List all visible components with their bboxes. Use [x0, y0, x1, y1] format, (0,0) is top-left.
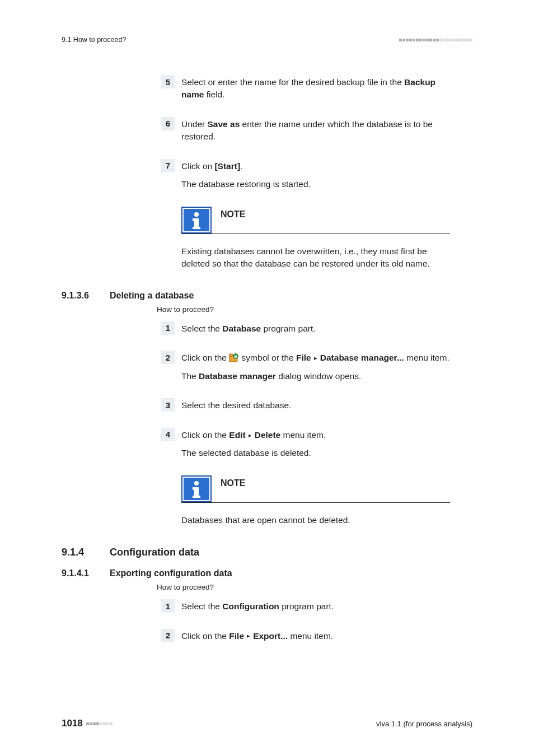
section-title: Deleting a database — [110, 291, 194, 301]
step-number: 4 — [161, 428, 175, 441]
step-number: 2 — [161, 629, 175, 642]
step-number: 7 — [161, 159, 175, 172]
menu-arrow-icon: ▸ — [311, 354, 320, 361]
note-box: NOTE Existing databases cannot be overwr… — [181, 207, 450, 270]
note-label: NOTE — [221, 478, 245, 500]
header-section-label: 9.1 How to proceed? — [62, 36, 126, 44]
step-body: Click on the File ▸ Export... menu item. — [181, 629, 333, 648]
step-number: 1 — [161, 321, 175, 335]
footer-decoration — [86, 722, 113, 725]
delete-step-3: 3 Select the desired database. — [62, 398, 472, 417]
menu-arrow-icon: ▸ — [246, 432, 255, 438]
step-6: 6 Under Save as enter the name under whi… — [62, 117, 472, 149]
section-title: Configuration data — [110, 547, 199, 558]
step-body: Under Save as enter the name under which… — [181, 117, 450, 149]
section-number: 9.1.4 — [62, 547, 96, 558]
header-decoration — [399, 39, 472, 41]
svg-rect-14 — [193, 496, 200, 498]
section-title: Exporting configuration data — [110, 568, 232, 578]
note-text: Databases that are open cannot be delete… — [181, 514, 450, 526]
delete-step-1: 1 Select the Database program part. — [62, 321, 472, 340]
step-number: 2 — [161, 351, 175, 364]
section-number: 9.1.3.6 — [62, 291, 96, 301]
step-number: 5 — [161, 75, 175, 88]
section-9-1-4: 9.1.4 Configuration data — [62, 547, 472, 558]
svg-rect-4 — [193, 218, 196, 221]
delete-step-2: 2 Click on the symbol or the File ▸ Data… — [62, 351, 472, 388]
step-5: 5 Select or enter the name for the desir… — [62, 75, 472, 107]
step-body: Select the desired database. — [181, 398, 291, 417]
export-step-1: 1 Select the Configuration program part. — [62, 599, 472, 618]
note-box: NOTE Databases that are open cannot be d… — [181, 475, 450, 526]
page-number: 1018 — [62, 718, 83, 729]
export-step-2: 2 Click on the File ▸ Export... menu ite… — [62, 629, 472, 648]
step-number: 6 — [161, 117, 175, 130]
step-body: Click on the symbol or the File ▸ Databa… — [181, 351, 449, 388]
database-toolbar-icon — [229, 353, 239, 362]
step-body: Select the Database program part. — [181, 321, 316, 340]
svg-rect-7 — [229, 354, 233, 356]
section-9-1-3-6: 9.1.3.6 Deleting a database — [62, 291, 472, 301]
section-subheading: How to proceed? — [157, 305, 472, 314]
note-text: Existing databases cannot be overwritten… — [181, 245, 450, 270]
step-number: 1 — [161, 599, 175, 613]
svg-rect-5 — [193, 227, 200, 229]
page-footer: 1018 viva 1.1 (for process analysis) — [62, 718, 472, 729]
step-body: Click on the Edit ▸ Delete menu item. Th… — [181, 428, 326, 465]
step-7: 7 Click on [Start]. The database restori… — [62, 159, 472, 197]
svg-rect-13 — [193, 487, 196, 490]
section-number: 9.1.4.1 — [62, 568, 96, 578]
page-header: 9.1 How to proceed? — [62, 36, 472, 44]
info-icon — [181, 207, 212, 234]
step-body: Select the Configuration program part. — [181, 599, 334, 618]
section-9-1-4-1: 9.1.4.1 Exporting configuration data — [62, 568, 472, 578]
footer-product-label: viva 1.1 (for process analysis) — [376, 720, 472, 728]
section-subheading: How to proceed? — [157, 583, 472, 591]
svg-point-11 — [194, 481, 199, 486]
delete-step-4: 4 Click on the Edit ▸ Delete menu item. … — [62, 428, 472, 465]
note-label: NOTE — [221, 209, 245, 231]
step-body: Select or enter the name for the desired… — [181, 75, 450, 107]
svg-point-2 — [194, 212, 199, 217]
info-icon — [181, 475, 212, 502]
menu-arrow-icon: ▸ — [244, 632, 253, 639]
step-number: 3 — [161, 398, 175, 412]
step-body: Click on [Start]. The database restoring… — [181, 159, 311, 197]
